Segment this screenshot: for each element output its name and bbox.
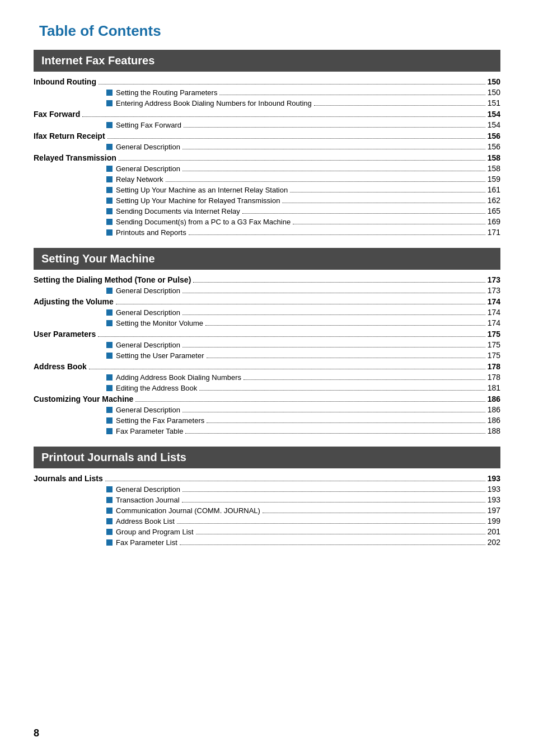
- entry-dots: [207, 422, 485, 423]
- entry-page: 175: [488, 330, 500, 339]
- entry-text: User Parameters: [34, 330, 96, 339]
- toc-entry-level2: Setting the Monitor Volume174: [34, 318, 500, 327]
- icon-text-wrap: Sending Documents via Internet Relay: [106, 207, 240, 215]
- toc-entry-level2: General Description175: [34, 340, 500, 349]
- entry-dots: [105, 481, 485, 481]
- entry-page: 174: [488, 308, 500, 317]
- page-title: Table of Contents: [39, 22, 500, 40]
- entry-page: 193: [488, 474, 500, 483]
- icon-text-wrap: Editing the Address Book: [106, 384, 197, 392]
- entry-text: Printouts and Reports: [116, 228, 186, 237]
- entry-text: General Description: [116, 406, 180, 414]
- entry-dots: [182, 347, 485, 348]
- entry-dots: [135, 401, 485, 402]
- entry-text: Setting Fax Forward: [116, 121, 181, 129]
- entry-text: Communication Journal (COMM. JOURNAL): [116, 506, 260, 515]
- bullet-icon: [106, 198, 113, 204]
- entry-page: 151: [488, 98, 500, 107]
- entry-page: 165: [488, 206, 500, 215]
- toc-entry-level1: Journals and Lists193: [34, 474, 500, 483]
- icon-text-wrap: Setting Fax Forward: [106, 121, 181, 129]
- toc-entry-level2: General Description174: [34, 308, 500, 317]
- entry-dots: [98, 336, 485, 337]
- bullet-icon: [106, 342, 113, 348]
- entry-dots: [180, 544, 485, 545]
- icon-text-wrap: Address Book List: [106, 517, 175, 525]
- bullet-icon: [106, 497, 113, 503]
- bullet-icon: [106, 166, 113, 172]
- bullet-icon: [106, 176, 113, 182]
- entry-page: 159: [488, 175, 500, 184]
- entry-text: General Description: [116, 287, 180, 295]
- toc-entry-level1: Relayed Transmission158: [34, 153, 500, 162]
- toc-entry-level1: Customizing Your Machine186: [34, 395, 500, 403]
- toc-entry-level2: Setting Fax Forward154: [34, 120, 500, 129]
- bullet-icon: [106, 428, 113, 434]
- bullet-icon: [106, 309, 113, 316]
- entry-page: 178: [488, 362, 500, 371]
- bullet-icon: [106, 353, 113, 359]
- entry-page: 201: [488, 527, 500, 536]
- section-setting-machine: Setting Your MachineSetting the Dialing …: [34, 248, 500, 435]
- entry-dots: [182, 293, 485, 293]
- toc-entry-level1: Address Book178: [34, 362, 500, 371]
- entry-page: 156: [488, 142, 500, 151]
- icon-text-wrap: Printouts and Reports: [106, 228, 186, 237]
- toc-entry-level2: Adding Address Book Dialing Numbers178: [34, 373, 500, 382]
- icon-text-wrap: General Description: [106, 287, 180, 295]
- bullet-icon: [106, 539, 113, 546]
- entry-dots: [199, 390, 485, 391]
- toc-entry-level2: Fax Parameter Table188: [34, 426, 500, 435]
- entry-dots: [189, 234, 485, 235]
- page-number: 8: [34, 727, 39, 739]
- section-header-printout-journals: Printout Journals and Lists: [34, 447, 500, 468]
- icon-text-wrap: General Description: [106, 143, 180, 151]
- entry-text: Sending Documents via Internet Relay: [116, 207, 240, 215]
- entry-text: General Description: [116, 485, 180, 494]
- entry-text: Inbound Routing: [34, 77, 96, 86]
- entry-dots: [82, 116, 485, 117]
- toc-entry-level2: General Description156: [34, 142, 500, 151]
- entry-page: 181: [488, 383, 500, 392]
- toc-entry-level2: Entering Address Book Dialing Numbers fo…: [34, 98, 500, 107]
- icon-text-wrap: Fax Parameter List: [106, 538, 177, 547]
- entry-dots: [116, 304, 485, 304]
- entry-page: 174: [488, 297, 500, 306]
- icon-text-wrap: Setting the Fax Parameters: [106, 416, 204, 425]
- toc-entry-level2: Transaction Journal193: [34, 495, 500, 504]
- toc-entry-level1: User Parameters175: [34, 330, 500, 339]
- entry-dots: [182, 491, 485, 492]
- entry-dots: [89, 369, 485, 369]
- bullet-icon: [106, 144, 113, 150]
- icon-text-wrap: General Description: [106, 485, 180, 494]
- bullet-icon: [106, 374, 113, 381]
- bullet-icon: [106, 229, 113, 236]
- bullet-icon: [106, 529, 113, 535]
- toc-entry-level2: Relay Network159: [34, 175, 500, 184]
- entry-dots: [182, 502, 485, 503]
- entry-page: 156: [488, 132, 500, 140]
- entry-page: 193: [488, 485, 500, 494]
- icon-text-wrap: Setting Up Your Machine as an Internet R…: [106, 186, 288, 194]
- entry-text: Ifax Return Receipt: [34, 132, 105, 140]
- entry-dots: [314, 105, 485, 106]
- toc-entry-level2: General Description158: [34, 164, 500, 173]
- icon-text-wrap: General Description: [106, 165, 180, 173]
- entry-page: 186: [488, 405, 500, 414]
- entry-text: Sending Document(s) from a PC to a G3 Fa…: [116, 218, 291, 226]
- entry-dots: [166, 181, 485, 182]
- icon-text-wrap: Adding Address Book Dialing Numbers: [106, 373, 241, 382]
- entry-dots: [293, 224, 485, 224]
- entry-text: General Description: [116, 341, 180, 349]
- bullet-icon: [106, 518, 113, 524]
- toc-entry-level2: Sending Documents via Internet Relay165: [34, 206, 500, 215]
- entry-text: Transaction Journal: [116, 496, 180, 504]
- toc-entry-level2: Communication Journal (COMM. JOURNAL)197: [34, 506, 500, 515]
- entry-dots: [182, 171, 485, 171]
- entry-text: Address Book List: [116, 517, 175, 525]
- icon-text-wrap: General Description: [106, 308, 180, 317]
- bullet-icon: [106, 417, 113, 424]
- entry-text: Relay Network: [116, 175, 163, 184]
- toc-entry-level2: Sending Document(s) from a PC to a G3 Fa…: [34, 217, 500, 226]
- entry-page: 202: [488, 538, 500, 547]
